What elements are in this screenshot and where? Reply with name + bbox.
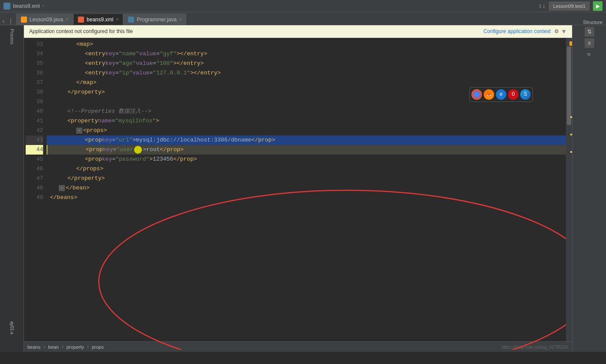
code-line-43: <prop key="url" >mysql:jdbc://localhost:… bbox=[47, 135, 566, 145]
notification-right: Configure application context ⚙ ▼ bbox=[483, 28, 567, 35]
tab-bar: ‹ | Lesson09.java × beans9.xml × Program… bbox=[0, 12, 606, 25]
sort-icon[interactable]: ↕↓ bbox=[539, 3, 546, 10]
main-container: Process ay01-s Application context not c… bbox=[0, 25, 606, 352]
code-line-44: <prop key="user >root</prop> bbox=[47, 145, 566, 155]
tab-label-lesson09: Lesson09.java bbox=[30, 17, 63, 23]
title-bar-icon bbox=[3, 3, 10, 10]
line-num-44: 44 bbox=[26, 145, 43, 155]
code-content[interactable]: <map> <entry key="name" value="gyf" ></e… bbox=[47, 38, 566, 350]
scrollbar-thumb[interactable] bbox=[567, 47, 571, 125]
close-notification-icon[interactable]: ▼ bbox=[561, 28, 567, 35]
code-line-41: <property name="mysqlInfos" > bbox=[47, 116, 566, 126]
line-num-35: 35 bbox=[26, 59, 43, 68]
breadcrumb-props[interactable]: props bbox=[92, 344, 104, 350]
tab-icon-class bbox=[128, 17, 134, 23]
tab-close-programmer[interactable]: × bbox=[179, 17, 182, 22]
line-num-43: 43 bbox=[26, 135, 43, 145]
left-sidebar: Process ay01-s bbox=[0, 25, 24, 352]
safari-icon[interactable]: S bbox=[520, 89, 531, 100]
code-line-49: </beans> bbox=[47, 193, 566, 202]
tab-close-beans9[interactable]: × bbox=[116, 17, 118, 22]
vertical-scrollbar[interactable] bbox=[566, 38, 572, 350]
code-line-42: - <props> bbox=[47, 126, 566, 135]
notification-text: Application context not configured for t… bbox=[29, 28, 133, 34]
title-arrow: › bbox=[41, 3, 44, 9]
line-num-47: 47 bbox=[26, 174, 43, 183]
scroll-marker-orange bbox=[569, 41, 572, 46]
ie-icon[interactable]: e bbox=[496, 89, 506, 100]
scroll-marker-1 bbox=[570, 116, 572, 118]
tab-icon-java bbox=[21, 17, 27, 23]
line-num-42: 42 bbox=[26, 126, 43, 135]
structure-label: Structure bbox=[583, 20, 603, 25]
breadcrumb-bar: beans › bean › property › props https://… bbox=[24, 341, 572, 352]
code-line-48: - </bean> bbox=[47, 183, 566, 193]
line-num-46: 46 bbox=[26, 164, 43, 174]
scroll-marker-2 bbox=[570, 134, 572, 135]
code-line-40: <!--Properties 数据注入--> bbox=[47, 107, 566, 116]
code-line-35: <entry key="age" value="108" ></entry> bbox=[47, 59, 566, 68]
code-editor: 33 34 35 36 37 38 39 40 41 42 43 44 45 4… bbox=[24, 38, 572, 350]
scroll-marker-3 bbox=[570, 151, 572, 153]
line-num-49: 49 bbox=[26, 193, 43, 202]
svg-point-0 bbox=[99, 190, 566, 350]
title-bar: beans9.xml › ↕↓ Lesson09.test1 bbox=[0, 0, 606, 12]
tab-close-lesson09[interactable]: × bbox=[66, 17, 68, 22]
gear-icon[interactable]: ⚙ bbox=[554, 28, 559, 34]
fold-icon-42[interactable]: - bbox=[76, 128, 82, 134]
breadcrumb-property[interactable]: property bbox=[67, 344, 84, 350]
line-num-39: 39 bbox=[26, 97, 43, 107]
tab-label-programmer: Programmer.java bbox=[137, 17, 176, 23]
structure-side-label[interactable]: p bbox=[587, 53, 592, 56]
browser-icons-panel: 🦊 e O S bbox=[469, 87, 533, 102]
breadcrumb-beans[interactable]: beans bbox=[27, 344, 40, 350]
opera-icon[interactable]: O bbox=[508, 89, 518, 100]
breadcrumb-bean[interactable]: bean bbox=[48, 344, 59, 350]
code-line-46: </props> bbox=[47, 164, 566, 174]
right-panel-btn-2[interactable]: ≡ bbox=[585, 38, 594, 48]
sidebar-project-label: ay01-s bbox=[10, 321, 14, 334]
code-line-47: </property> bbox=[47, 174, 566, 183]
code-line-45: <prop key="password" >123456</prop> bbox=[47, 155, 566, 164]
sidebar-process-label: Process bbox=[10, 29, 14, 44]
line-numbers: 33 34 35 36 37 38 39 40 41 42 43 44 45 4… bbox=[24, 38, 47, 350]
code-line-36: <entry key="ip" value="127.0.0.1" ></ent… bbox=[47, 68, 566, 78]
line-num-34: 34 bbox=[26, 49, 43, 59]
configure-link[interactable]: Configure application context bbox=[483, 28, 551, 34]
tab-nav-forward[interactable]: | bbox=[7, 18, 14, 25]
firefox-icon[interactable]: 🦊 bbox=[484, 89, 494, 100]
line-num-38: 38 bbox=[26, 88, 43, 97]
line-num-33: 33 bbox=[26, 40, 43, 49]
tab-label-beans9: beans9.xml bbox=[87, 17, 113, 23]
line-num-36: 36 bbox=[26, 68, 43, 78]
line-num-45: 45 bbox=[26, 155, 43, 164]
title-right: ↕↓ Lesson09.test1 bbox=[539, 1, 603, 11]
tab-nav-back[interactable]: ‹ bbox=[0, 18, 7, 25]
line-num-41: 41 bbox=[26, 116, 43, 126]
run-config-dropdown[interactable]: Lesson09.test1 bbox=[549, 2, 589, 10]
line-num-40: 40 bbox=[26, 107, 43, 116]
tab-icon-xml bbox=[78, 17, 84, 23]
line-num-48: 48 bbox=[26, 183, 43, 193]
cursor bbox=[134, 146, 142, 154]
ellipse-annotation bbox=[90, 182, 566, 350]
chrome-icon[interactable] bbox=[471, 89, 482, 100]
editor-area: Application context not configured for t… bbox=[24, 25, 572, 352]
right-panel-btn-1[interactable]: ⇅ bbox=[585, 27, 594, 37]
line-num-37: 37 bbox=[26, 78, 43, 88]
tab-programmer[interactable]: Programmer.java × bbox=[123, 13, 186, 25]
code-line-34: <entry key="name" value="gyf" ></entry> bbox=[47, 49, 566, 59]
title-filename: beans9.xml bbox=[13, 3, 40, 9]
run-button[interactable] bbox=[593, 1, 603, 11]
code-line-37: </map> bbox=[47, 78, 566, 88]
tab-beans9[interactable]: beans9.xml × bbox=[73, 13, 123, 25]
notification-bar: Application context not configured for t… bbox=[24, 25, 572, 38]
fold-icon-48[interactable]: - bbox=[59, 185, 65, 191]
right-panel: ⇅ ≡ p bbox=[572, 25, 606, 352]
url-display: https://blog.csdn.net/qq_41785334 bbox=[502, 343, 569, 351]
tab-lesson09[interactable]: Lesson09.java × bbox=[16, 13, 73, 25]
code-line-33: <map> bbox=[47, 40, 566, 49]
